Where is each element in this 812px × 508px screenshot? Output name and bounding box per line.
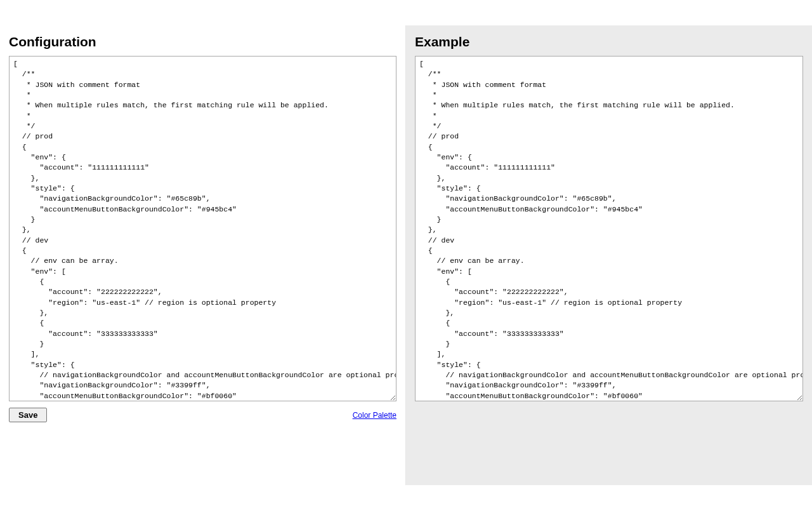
top-spacer	[0, 0, 812, 25]
configuration-title: Configuration	[9, 34, 396, 50]
save-button[interactable]: Save	[9, 408, 47, 422]
configuration-footer: Save Color Palette	[9, 408, 396, 422]
configuration-textarea[interactable]	[9, 56, 396, 401]
example-panel: Example	[406, 25, 812, 485]
color-palette-link[interactable]: Color Palette	[353, 411, 396, 420]
example-textarea[interactable]	[415, 56, 803, 401]
main-container: Configuration Save Color Palette Example	[0, 25, 812, 485]
example-title: Example	[415, 34, 803, 50]
configuration-panel: Configuration Save Color Palette	[0, 25, 406, 485]
